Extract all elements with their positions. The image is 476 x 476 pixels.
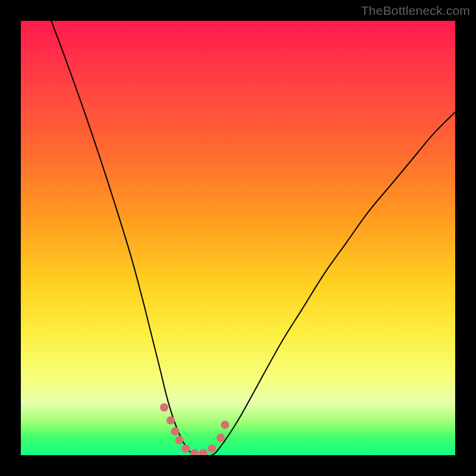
plot-background-gradient xyxy=(21,21,455,455)
chart-frame: TheBottleneck.com xyxy=(0,0,476,476)
attribution-text: TheBottleneck.com xyxy=(361,4,470,18)
